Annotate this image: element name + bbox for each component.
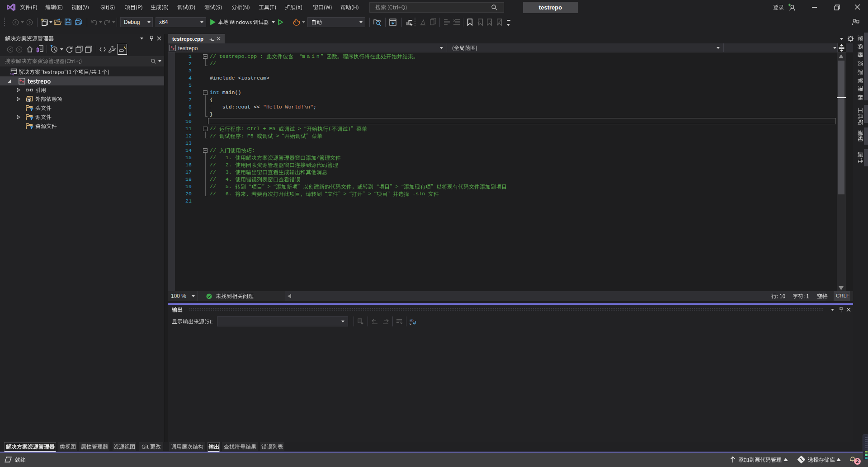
svg-text:c: c (410, 321, 411, 325)
